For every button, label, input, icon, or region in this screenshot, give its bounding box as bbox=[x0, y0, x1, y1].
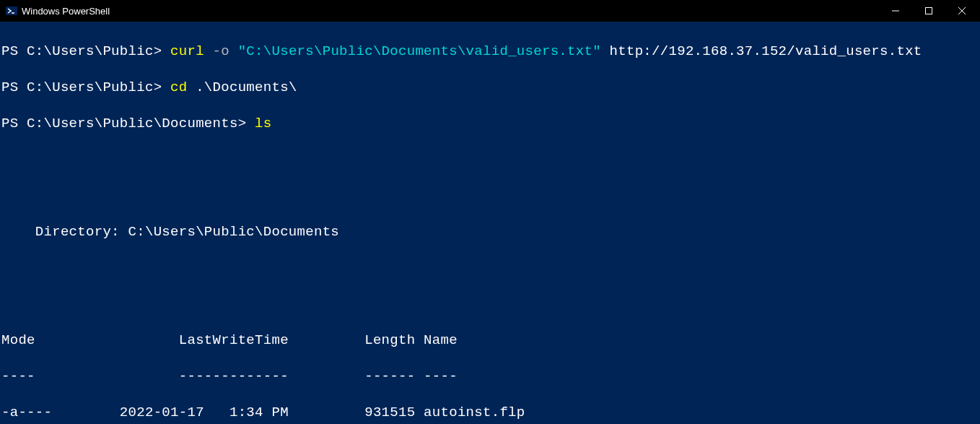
ps-prompt: PS C:\Users\Public> bbox=[1, 79, 170, 95]
terminal-line: PS C:\Users\Public\Documents> ls bbox=[1, 115, 979, 133]
command-text: cd bbox=[170, 79, 196, 95]
directory-header: Directory: C:\Users\Public\Documents bbox=[1, 223, 979, 241]
window-title: Windows PowerShell bbox=[22, 6, 110, 17]
title-left: Windows PowerShell bbox=[1, 5, 110, 17]
command-text: curl bbox=[170, 43, 213, 59]
close-button[interactable] bbox=[945, 0, 979, 22]
table-header-sep: ---- ------------- ------ ---- bbox=[1, 368, 979, 386]
blank-line bbox=[1, 151, 979, 169]
title-bar: Windows PowerShell bbox=[0, 0, 980, 22]
command-text: ls bbox=[255, 116, 271, 131]
svg-rect-3 bbox=[926, 8, 932, 14]
terminal-area[interactable]: PS C:\Users\Public> curl -o "C:\Users\Pu… bbox=[0, 22, 980, 424]
window-controls bbox=[879, 0, 979, 22]
minimize-button[interactable] bbox=[879, 0, 912, 22]
terminal-line: PS C:\Users\Public> cd .\Documents\ bbox=[1, 79, 979, 97]
ps-prompt: PS C:\Users\Public> bbox=[1, 43, 170, 59]
command-path: "C:\Users\Public\Documents\valid_users.t… bbox=[238, 43, 610, 59]
blank-line bbox=[1, 259, 979, 277]
blank-line bbox=[1, 295, 979, 313]
ps-prompt: PS C:\Users\Public\Documents> bbox=[1, 116, 255, 131]
command-flag: -o bbox=[213, 43, 238, 59]
maximize-button[interactable] bbox=[912, 0, 945, 22]
powershell-icon bbox=[6, 5, 17, 17]
table-header: Mode LastWriteTime Length Name bbox=[1, 332, 979, 350]
command-arg: .\Documents\ bbox=[196, 79, 297, 95]
table-row: -a---- 2022-01-17 1:34 PM 931515 autoins… bbox=[1, 404, 979, 422]
terminal-line: PS C:\Users\Public> curl -o "C:\Users\Pu… bbox=[1, 43, 979, 61]
command-url: http://192.168.37.152/valid_users.txt bbox=[610, 43, 922, 59]
blank-line bbox=[1, 187, 979, 205]
